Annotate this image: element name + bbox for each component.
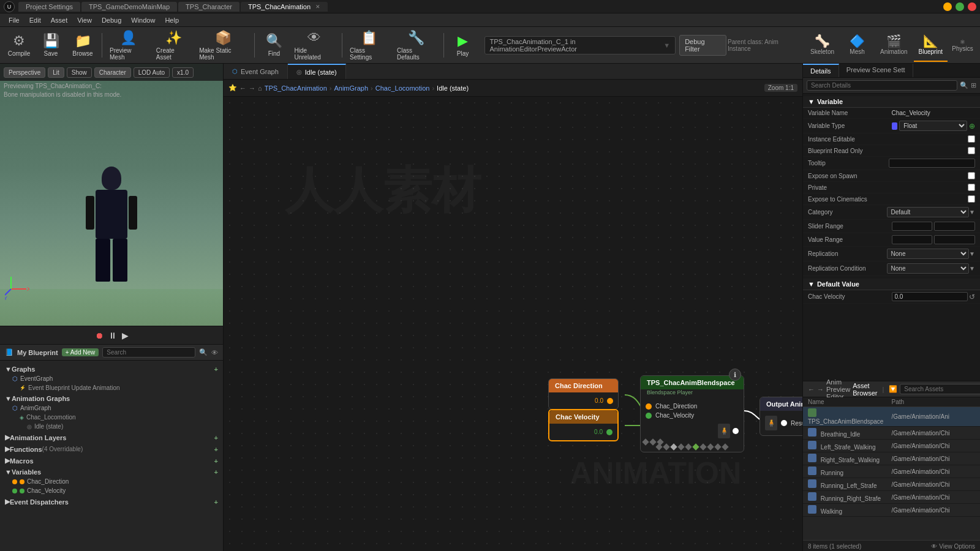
- slider-range-max[interactable]: [934, 222, 975, 231]
- compile-button[interactable]: ⚙ Compile: [4, 29, 34, 62]
- event-graph-item[interactable]: ⬡ EventGraph: [0, 374, 223, 383]
- hide-unrelated-button[interactable]: 👁 Hide Unrelated: [290, 29, 338, 62]
- menu-help[interactable]: Help: [160, 17, 184, 24]
- graphs-add-button[interactable]: +: [214, 365, 218, 373]
- macros-header[interactable]: ▶ Macros +: [0, 455, 223, 466]
- menu-asset[interactable]: Asset: [46, 17, 73, 24]
- forward-arrow[interactable]: →: [249, 84, 255, 92]
- tooltip-input[interactable]: [889, 159, 976, 168]
- view-options[interactable]: 👁 View Options: [931, 543, 975, 550]
- save-button[interactable]: 💾 Save: [36, 29, 66, 62]
- asset-browser-tab[interactable]: Asset Browser: [853, 382, 877, 397]
- expose-on-spawn-checkbox[interactable]: [968, 172, 975, 179]
- skeleton-tab[interactable]: 🦴 Skeleton: [805, 29, 839, 62]
- lit-button[interactable]: Lit: [48, 67, 64, 78]
- back-nav-icon[interactable]: ←: [808, 386, 815, 393]
- mesh-tab[interactable]: 🔷 Mesh: [840, 29, 874, 62]
- expose-to-cinematics-checkbox[interactable]: [968, 195, 975, 203]
- asset-row-1[interactable]: Breathing_Idle /Game/Animation/Chi: [803, 427, 980, 440]
- preview-scene-tab[interactable]: Preview Scene Sett: [839, 64, 913, 77]
- character-button[interactable]: Character: [94, 67, 131, 78]
- menu-view[interactable]: View: [72, 17, 97, 24]
- asset-search-input[interactable]: [900, 384, 980, 394]
- bc-locomotion[interactable]: Chac_Locomotion: [375, 84, 430, 92]
- menu-file[interactable]: File: [4, 17, 24, 24]
- blueprint-tab[interactable]: 📐 Blueprint: [914, 29, 948, 62]
- chac-direction-node[interactable]: Chac Direction 0.0: [548, 378, 619, 410]
- title-tab-animation[interactable]: TPS_ChacAnimation ✕: [241, 2, 328, 12]
- chac-velocity-node[interactable]: Chac Velocity 0.0: [548, 409, 619, 441]
- event-blueprint-update-item[interactable]: ⚡ Event Blueprint Update Animation: [0, 383, 223, 392]
- variables-add-button[interactable]: +: [214, 468, 218, 476]
- anim-graph-item[interactable]: ⬡ AnimGraph: [0, 403, 223, 413]
- event-dispatchers-add-button[interactable]: +: [214, 498, 218, 506]
- asset-row-0[interactable]: TPS_ChacAnimBlendspace /Game/Animation/A…: [803, 407, 980, 427]
- close-button[interactable]: [968, 2, 976, 11]
- record-button[interactable]: ⏺: [95, 331, 104, 340]
- replication-select[interactable]: None: [887, 249, 970, 259]
- bc-tps-animation[interactable]: TPS_ChacAnimation: [265, 84, 327, 92]
- physics-tab[interactable]: ⚛ Physics: [949, 29, 976, 62]
- variable-section-header[interactable]: ▼ Variable: [803, 96, 980, 108]
- perspective-button[interactable]: Perspective: [4, 67, 45, 78]
- functions-add-button[interactable]: +: [214, 446, 218, 453]
- functions-header[interactable]: ▶ Functions (4 Overridable) +: [0, 444, 223, 454]
- macros-add-button[interactable]: +: [214, 457, 218, 465]
- menu-debug[interactable]: Debug: [97, 17, 126, 24]
- asset-row-7[interactable]: Walking /Game/Animation/Chi: [803, 504, 980, 517]
- back-arrow[interactable]: ←: [239, 84, 246, 92]
- title-tab-main-map[interactable]: TPS_GameDemoMainMap: [81, 2, 177, 12]
- zoom-button[interactable]: x1.0: [172, 67, 194, 78]
- animation-graphs-header[interactable]: ▼ Animation Graphs: [0, 394, 223, 403]
- title-tab-project-settings[interactable]: Project Settings: [18, 2, 80, 12]
- event-dispatchers-header[interactable]: ▶ Event Dispatchers +: [0, 497, 223, 507]
- variables-header[interactable]: ▼ Variables +: [0, 467, 223, 477]
- output-pose-node[interactable]: Output Animation Pose 🧍 Result: [760, 397, 802, 436]
- instance-editable-checkbox[interactable]: [968, 135, 975, 143]
- asset-row-3[interactable]: Right_Strafe_Walking /Game/Animation/Chi: [803, 452, 980, 465]
- idle-state-tab[interactable]: ◎ Idle (state): [288, 64, 346, 79]
- chac-direction-variable[interactable]: Chac_Direction: [0, 477, 223, 486]
- animation-layers-add-button[interactable]: +: [214, 434, 218, 441]
- asset-row-5[interactable]: Running_Left_Strafe /Game/Animation/Chi: [803, 478, 980, 491]
- idle-state-item[interactable]: ◎ Idle (state): [0, 422, 223, 431]
- chac-velocity-variable[interactable]: Chac_Velocity: [0, 486, 223, 495]
- chac-velocity-default-input[interactable]: [892, 292, 968, 301]
- details-search-input[interactable]: [807, 80, 957, 91]
- slider-range-min[interactable]: [892, 222, 933, 231]
- bc-anim-graph[interactable]: AnimGraph: [334, 84, 368, 92]
- asset-row-6[interactable]: Running_Right_Strafe /Game/Animation/Chi: [803, 491, 980, 504]
- animation-layers-header[interactable]: ▶ Animation Layers +: [0, 432, 223, 443]
- close-icon[interactable]: ✕: [315, 4, 320, 10]
- menu-edit[interactable]: Edit: [24, 17, 46, 24]
- chac-locomotion-item[interactable]: ◈ Chac_Locomotion: [0, 413, 223, 422]
- graph-canvas[interactable]: 人人素材 ANIMATION Chac Direction 0.0: [224, 97, 802, 551]
- default-value-section-header[interactable]: ▼ Default Value: [803, 279, 980, 290]
- asset-row-2[interactable]: Left_Strafe_Walking /Game/Animation/Chi: [803, 440, 980, 452]
- animation-tab[interactable]: 🎬 Animation: [875, 29, 912, 62]
- play-button[interactable]: ▶ Play: [448, 29, 478, 62]
- replication-condition-select[interactable]: None: [887, 263, 970, 274]
- private-checkbox[interactable]: [968, 184, 975, 191]
- variable-type-selector[interactable]: Float Integer Boolean Vector ⊕: [892, 121, 976, 131]
- play-fwd-button[interactable]: ▶: [122, 331, 129, 340]
- category-select[interactable]: Default: [887, 207, 970, 217]
- value-range-max[interactable]: [934, 235, 975, 244]
- event-graph-tab[interactable]: ⬡ Event Graph: [224, 64, 288, 79]
- class-defaults-button[interactable]: 🔧 Class Defaults: [393, 29, 439, 62]
- show-button[interactable]: Show: [67, 67, 92, 78]
- lod-button[interactable]: LOD Auto: [134, 67, 170, 78]
- create-asset-button[interactable]: ✨ Create Asset: [153, 29, 194, 62]
- blueprint-search[interactable]: [102, 347, 195, 358]
- make-static-mesh-button[interactable]: 📦 Make Static Mesh: [195, 29, 251, 62]
- debug-filter-button[interactable]: Debug Filter: [679, 35, 726, 56]
- pause-button[interactable]: ⏸: [108, 331, 117, 340]
- asset-row-4[interactable]: Running /Game/Animation/Chi: [803, 465, 980, 478]
- find-button[interactable]: 🔍 Find: [258, 29, 289, 62]
- maximize-button[interactable]: [956, 2, 964, 11]
- title-tab-character[interactable]: TPS_Character: [178, 2, 239, 12]
- add-new-button[interactable]: + Add New: [62, 348, 99, 356]
- details-tab[interactable]: Details: [803, 64, 839, 77]
- reset-icon[interactable]: ↺: [969, 293, 975, 301]
- forward-nav-icon[interactable]: →: [817, 386, 824, 393]
